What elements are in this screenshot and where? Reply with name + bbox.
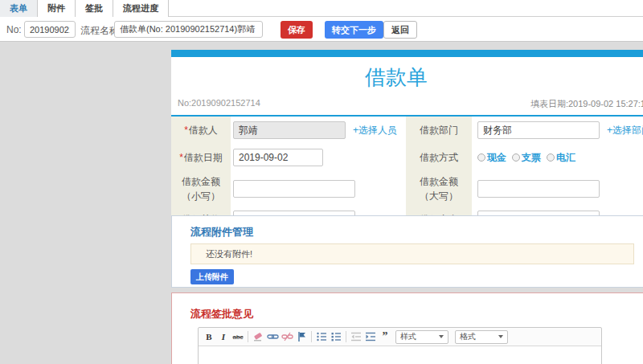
method-option-wire[interactable]: 电汇	[547, 151, 575, 165]
unlink-icon[interactable]	[281, 330, 293, 343]
select-person-link[interactable]: +选择人员	[353, 124, 397, 137]
numbered-list-icon[interactable]	[315, 330, 328, 343]
no-label: No:	[6, 24, 22, 35]
method-radio-group: 现金 支票 电汇	[477, 151, 575, 165]
required-marker: *	[179, 152, 183, 163]
amount-big-input[interactable]	[477, 180, 600, 198]
editor-toolbar: B I abc	[199, 328, 601, 346]
approval-heading: 流程签批意见	[190, 307, 253, 321]
required-marker: *	[184, 125, 188, 136]
method-option-cash[interactable]: 现金	[477, 151, 506, 165]
bulleted-list-icon[interactable]	[330, 330, 342, 343]
borrow-date-label-cell: *借款日期	[171, 144, 231, 171]
outdent-icon[interactable]	[350, 330, 362, 343]
no-input[interactable]	[24, 21, 76, 38]
borrower-label-cell: *借款人	[171, 117, 231, 144]
editor-content-area[interactable]	[199, 346, 601, 364]
styles-dropdown-label: 样式	[400, 331, 416, 342]
no-attachment-text: 还没有附件!	[206, 248, 252, 260]
anchor-flag-icon[interactable]	[295, 330, 308, 343]
no-attachment-alert: 还没有附件!	[190, 243, 634, 264]
tab-progress[interactable]: 流程进度	[113, 0, 169, 17]
back-button[interactable]: 返回	[383, 21, 417, 39]
toolbar-separator	[248, 331, 248, 342]
italic-icon[interactable]: I	[217, 330, 230, 343]
method-option-label: 电汇	[556, 151, 575, 165]
borrower-input[interactable]	[233, 121, 346, 139]
amount-small-label: 借款金额（小写）	[178, 174, 224, 203]
department-label: 借款部门	[420, 123, 458, 137]
chevron-down-icon	[498, 335, 503, 338]
loan-form-panel: 借款单 No:20190902152714 填表日期:2019-09-02 15…	[171, 50, 643, 236]
header-toolbar: No: 流程名称: 保存 转交下一步 返回	[0, 17, 643, 42]
fill-date: 填表日期:2019-09-02 15:27:1	[530, 98, 643, 110]
next-step-button[interactable]: 转交下一步	[325, 21, 383, 39]
format-dropdown-label: 格式	[460, 331, 476, 342]
amount-small-label-cell: 借款金额（小写）	[171, 171, 231, 207]
doc-number: No:20190902152714	[178, 98, 260, 110]
borrow-date-input[interactable]	[233, 149, 323, 166]
method-option-label: 现金	[487, 151, 506, 165]
borrower-label: 借款人	[189, 125, 218, 136]
flow-name-input[interactable]	[114, 21, 263, 38]
amount-big-label: 借款金额（大写）	[412, 174, 465, 203]
radio-icon[interactable]	[477, 153, 485, 162]
toolbar-separator	[346, 331, 346, 342]
tab-form[interactable]: 表单	[0, 0, 38, 17]
attachment-panel: 流程附件管理 还没有附件! 上传附件	[171, 215, 643, 288]
method-option-cheque[interactable]: 支票	[512, 151, 541, 165]
tab-bar: 表单 附件 签批 流程进度	[0, 0, 643, 17]
remove-format-icon[interactable]	[252, 330, 264, 343]
approval-panel: 流程签批意见 B I abc	[171, 292, 643, 364]
chevron-down-icon	[439, 335, 444, 338]
borrow-date-label: 借款日期	[184, 152, 223, 163]
upload-attachment-button[interactable]: 上传附件	[190, 269, 234, 284]
select-department-link[interactable]: +选择部门	[607, 124, 643, 137]
radio-icon[interactable]	[547, 153, 555, 162]
blockquote-icon[interactable]: ”	[379, 330, 391, 343]
panel-accent-bar	[171, 50, 643, 57]
styles-dropdown[interactable]: 样式	[395, 330, 448, 344]
toolbar-separator	[311, 331, 312, 342]
department-label-cell: 借款部门	[406, 117, 472, 144]
department-input[interactable]	[477, 121, 600, 139]
attachment-heading: 流程附件管理	[190, 225, 253, 239]
save-button[interactable]: 保存	[281, 21, 313, 39]
tab-approve[interactable]: 签批	[76, 0, 113, 17]
method-label: 借款方式	[420, 150, 458, 165]
form-title: 借款单	[171, 63, 621, 92]
amount-big-label-cell: 借款金额（大写）	[406, 171, 472, 207]
app-screen: 表单 附件 签批 流程进度 No: 流程名称: 保存 转交下一步 返回 借款单 …	[0, 0, 643, 364]
indent-icon[interactable]	[364, 330, 377, 343]
method-label-cell: 借款方式	[406, 144, 472, 171]
tab-attachment[interactable]: 附件	[38, 0, 76, 17]
radio-icon[interactable]	[512, 153, 520, 162]
amount-small-input[interactable]	[233, 180, 355, 198]
bold-icon[interactable]: B	[203, 330, 215, 343]
rich-text-editor: B I abc	[198, 327, 602, 364]
form-meta-row: No:20190902152714 填表日期:2019-09-02 15:27:…	[171, 92, 643, 115]
strikethrough-icon[interactable]: abc	[231, 330, 244, 343]
format-dropdown[interactable]: 格式	[455, 330, 508, 344]
link-icon[interactable]	[266, 330, 279, 343]
method-option-label: 支票	[522, 151, 541, 165]
